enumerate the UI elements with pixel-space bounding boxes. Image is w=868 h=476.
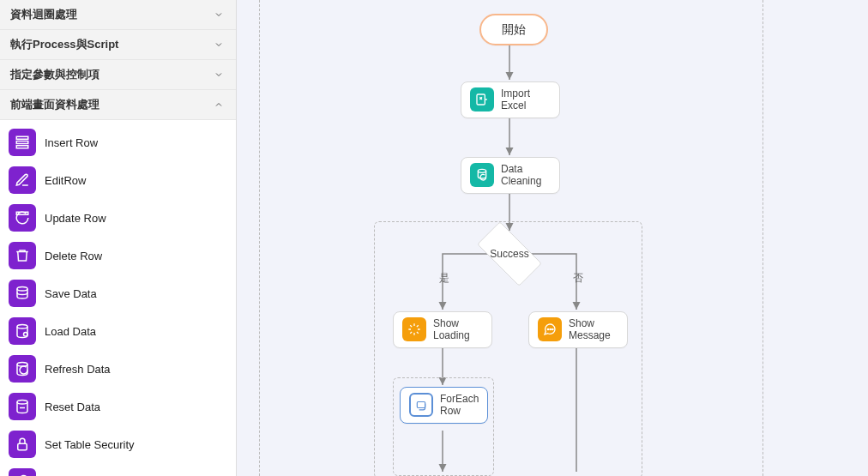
palette-item-load-data[interactable]: Load Data xyxy=(0,312,236,350)
node-label: Show Loading xyxy=(433,317,470,342)
palette-item-update-row[interactable]: Update Row xyxy=(0,199,236,237)
category-data-loop[interactable]: 資料迴圈處理 xyxy=(0,0,236,30)
sidebar: 資料迴圈處理 執行Process與Script 指定參數與控制項 前端畫面資料處… xyxy=(0,0,237,476)
excel-icon xyxy=(470,87,494,111)
refresh-input-icon xyxy=(9,468,36,476)
palette-item-set-table-security[interactable]: Set Table Security xyxy=(0,425,236,463)
node-label: ForEach Row xyxy=(440,393,479,418)
svg-point-22 xyxy=(552,329,553,330)
svg-point-6 xyxy=(24,333,28,337)
loading-icon xyxy=(402,317,426,341)
refresh-data-icon xyxy=(9,355,36,383)
delete-row-icon xyxy=(9,242,36,269)
database-refresh-icon xyxy=(470,163,494,187)
chevron-down-icon xyxy=(212,8,226,21)
load-data-icon xyxy=(9,317,36,345)
category-frontend-data[interactable]: 前端畫面資料處理 xyxy=(0,90,236,120)
palette-item-label: EditRow xyxy=(45,174,86,187)
branch-label-no: 否 xyxy=(573,271,583,286)
node-start[interactable]: 開始 xyxy=(479,14,548,45)
branch-label-yes: 是 xyxy=(439,271,449,286)
palette-item-label: Set Table Security xyxy=(45,438,135,451)
palette-item-delete-row[interactable]: Delete Row xyxy=(0,237,236,274)
svg-rect-1 xyxy=(16,142,28,144)
palette-item-insert-row[interactable]: Insert Row xyxy=(0,124,236,161)
palette-item-label: Delete Row xyxy=(45,250,102,262)
insert-row-icon xyxy=(9,129,36,156)
svg-rect-18 xyxy=(477,94,485,105)
svg-point-20 xyxy=(547,329,548,330)
palette-item-label: Load Data xyxy=(45,325,96,338)
palette-item-refresh-data[interactable]: Refresh Data xyxy=(0,350,236,388)
svg-rect-2 xyxy=(16,146,28,148)
palette-item-refresh-input-list[interactable]: Refresh Input List xyxy=(0,463,236,476)
node-data-cleaning[interactable]: Data Cleaning xyxy=(461,157,560,194)
message-icon xyxy=(538,317,562,341)
palette-item-edit-row[interactable]: EditRow xyxy=(0,161,236,199)
svg-rect-23 xyxy=(417,402,425,408)
node-show-loading[interactable]: Show Loading xyxy=(393,311,492,348)
node-label: 開始 xyxy=(502,22,526,37)
category-label: 指定參數與控制項 xyxy=(10,67,99,82)
category-label: 資料迴圈處理 xyxy=(10,7,77,22)
node-label: Data Cleaning xyxy=(501,163,541,188)
palette-item-label: Refresh Data xyxy=(45,363,111,376)
node-show-message[interactable]: Show Message xyxy=(528,311,628,348)
palette-item-label: Save Data xyxy=(45,287,97,300)
edit-row-icon xyxy=(9,166,36,194)
foreach-icon xyxy=(409,393,433,417)
save-data-icon xyxy=(9,280,36,307)
palette-item-reset-data[interactable]: Reset Data xyxy=(0,388,236,425)
chevron-down-icon xyxy=(212,38,226,51)
svg-point-5 xyxy=(17,325,27,329)
node-label: Import Excel xyxy=(501,87,530,112)
palette-item-save-data[interactable]: Save Data xyxy=(0,274,236,312)
flow-canvas[interactable]: 開始 Import Excel Data Cleaning Success 是 … xyxy=(237,0,868,476)
svg-rect-10 xyxy=(18,443,27,450)
node-foreach-row[interactable]: ForEach Row xyxy=(400,387,488,424)
svg-point-19 xyxy=(478,170,485,173)
svg-rect-0 xyxy=(16,136,28,139)
svg-point-8 xyxy=(17,401,27,405)
palette-item-label: Reset Data xyxy=(45,401,100,413)
svg-point-7 xyxy=(17,363,27,367)
lock-icon xyxy=(9,431,36,458)
svg-point-21 xyxy=(550,329,551,330)
category-items: Insert Row EditRow Update Row Delete Row… xyxy=(0,120,236,476)
node-decision-success[interactable]: Success xyxy=(468,232,551,276)
category-label: 執行Process與Script xyxy=(10,37,118,52)
category-label: 前端畫面資料處理 xyxy=(10,97,99,112)
palette-item-label: Update Row xyxy=(45,212,106,225)
node-import-excel[interactable]: Import Excel xyxy=(461,81,560,118)
chevron-down-icon xyxy=(212,68,226,81)
palette-item-label: Insert Row xyxy=(45,136,98,149)
chevron-up-icon xyxy=(212,98,226,111)
reset-data-icon xyxy=(9,393,36,420)
category-process-script[interactable]: 執行Process與Script xyxy=(0,30,236,60)
svg-point-4 xyxy=(17,287,27,292)
category-params-controls[interactable]: 指定參數與控制項 xyxy=(0,60,236,90)
node-label: Show Message xyxy=(569,317,611,342)
update-row-icon xyxy=(9,204,36,232)
node-label: Success xyxy=(468,232,551,276)
